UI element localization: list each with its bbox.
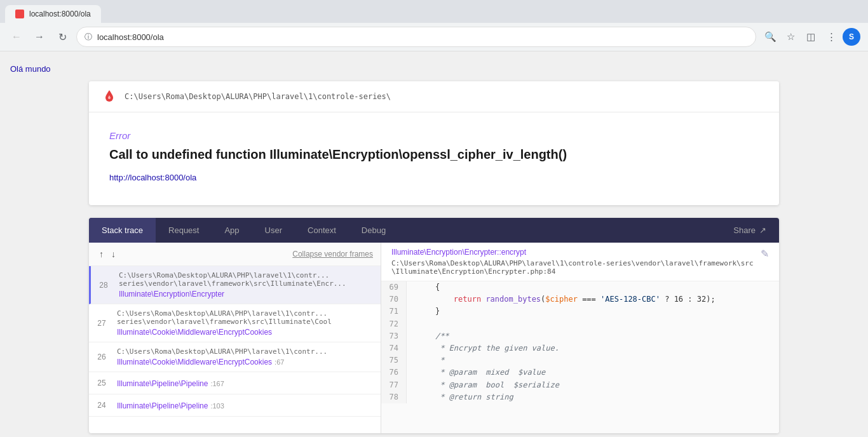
line-number: 76 xyxy=(381,366,407,379)
tab-bar: localhost:8000/ola xyxy=(0,0,868,23)
collapse-vendor-button[interactable]: Collapse vendor frames xyxy=(292,250,373,259)
debug-panel: Stack trace Request App User Context Deb… xyxy=(89,218,779,433)
frame-number: 24 xyxy=(89,394,114,416)
line-code: * xyxy=(407,354,444,366)
tab-stack-trace[interactable]: Stack trace xyxy=(89,218,156,243)
share-icon: ↗ xyxy=(759,225,766,235)
debug-body: ↑ ↓ Collapse vendor frames 28 C:\Users\R… xyxy=(89,243,779,433)
url-input[interactable] xyxy=(97,32,748,42)
cast-button[interactable]: ◫ xyxy=(802,28,820,46)
encrypter-class: Illuminate\Encryption\Encrypter::encrypt xyxy=(391,248,756,257)
tab-request[interactable]: Request xyxy=(156,218,212,243)
share-label: Share xyxy=(733,225,756,235)
frame-content: Illuminate\Pipeline\Pipeline:167 xyxy=(114,372,381,394)
frame-up-button[interactable]: ↑ xyxy=(97,248,106,260)
list-item: 71 } xyxy=(381,306,779,318)
line-number: 71 xyxy=(381,306,407,318)
line-number: 75 xyxy=(381,354,407,366)
line-number: 69 xyxy=(381,281,407,293)
frame-number: 27 xyxy=(89,304,114,342)
tab-title: localhost:8000/ola xyxy=(29,10,91,18)
browser-chrome: localhost:8000/ola ← → ↻ ⓘ 🔍 ☆ ◫ ⋮ S xyxy=(0,0,868,51)
reload-button[interactable]: ↻ xyxy=(53,28,71,46)
frame-class: Illuminate\Encryption\Encrypter xyxy=(119,290,376,299)
frame-down-button[interactable]: ↓ xyxy=(109,248,118,260)
frame-number: 28 xyxy=(91,266,116,304)
frame-content: C:\Users\Roma\Desktop\ALURA\PHP\laravel\… xyxy=(114,304,381,342)
header-path: C:\Users\Roma\Desktop\ALURA\PHP\laravel\… xyxy=(125,92,391,101)
profile-button[interactable]: S xyxy=(843,28,860,46)
list-item: 74 * Encrypt the given value. xyxy=(381,342,779,354)
frame-arrows: ↑ ↓ xyxy=(97,248,118,260)
tab-app[interactable]: App xyxy=(212,218,252,243)
bookmark-button[interactable]: ☆ xyxy=(782,28,799,46)
top-link-container: Olá mundo xyxy=(0,62,868,81)
table-row[interactable]: 27 C:\Users\Roma\Desktop\ALURA\PHP\larav… xyxy=(89,304,381,342)
line-code: * Encrypt the given value. xyxy=(407,342,559,354)
code-panel: Illuminate\Encryption\Encrypter::encrypt… xyxy=(381,243,779,433)
list-item: 70 return random_bytes($cipher === 'AES-… xyxy=(381,293,779,306)
line-code: { xyxy=(407,281,440,293)
frame-class: Illuminate\Cookie\Middleware\EncryptCook… xyxy=(117,328,376,337)
line-code: /** xyxy=(407,330,449,342)
list-item: 75 * xyxy=(381,354,779,366)
line-number: 73 xyxy=(381,330,407,342)
line-number: 70 xyxy=(381,293,407,306)
frame-number: 26 xyxy=(89,342,114,372)
tab-debug[interactable]: Debug xyxy=(349,218,398,243)
share-tab[interactable]: Share ↗ xyxy=(721,218,779,243)
debug-tabs: Stack trace Request App User Context Deb… xyxy=(89,218,779,243)
browser-tab[interactable]: localhost:8000/ola xyxy=(5,5,101,23)
error-card: C:\Users\Roma\Desktop\ALURA\PHP\laravel\… xyxy=(89,81,779,205)
frame-file: C:\Users\Roma\Desktop\ALURA\PHP\laravel\… xyxy=(119,271,376,288)
frame-class: Illuminate\Pipeline\Pipeline:167 xyxy=(117,379,376,388)
list-item: 77 * @param bool $serialize xyxy=(381,379,779,391)
stack-frames-panel[interactable]: ↑ ↓ Collapse vendor frames 28 C:\Users\R… xyxy=(89,243,381,433)
frame-class: Illuminate\Cookie\Middleware\EncryptCook… xyxy=(117,358,376,366)
frame-file: C:\Users\Roma\Desktop\ALURA\PHP\laravel\… xyxy=(117,347,376,356)
edit-icon[interactable]: ✎ xyxy=(761,248,769,260)
line-code xyxy=(407,318,417,330)
line-code: * @param bool $serialize xyxy=(407,379,559,391)
tab-user[interactable]: User xyxy=(252,218,295,243)
search-icon-button[interactable]: 🔍 xyxy=(761,28,779,46)
menu-button[interactable]: ⋮ xyxy=(822,28,840,46)
info-icon: ⓘ xyxy=(85,32,92,43)
line-number: 78 xyxy=(381,391,407,403)
frames-toolbar: ↑ ↓ Collapse vendor frames xyxy=(89,243,381,266)
error-message: Call to undefined function Illuminate\En… xyxy=(109,146,759,163)
back-button[interactable]: ← xyxy=(8,28,25,46)
list-item: 78 * @return string xyxy=(381,391,779,403)
list-item: 76 * @param mixed $value xyxy=(381,366,779,379)
tab-context[interactable]: Context xyxy=(295,218,349,243)
frame-number: 25 xyxy=(89,372,114,394)
tab-favicon xyxy=(15,10,24,18)
table-row[interactable]: 25 Illuminate\Pipeline\Pipeline:167 xyxy=(89,372,381,394)
forward-button[interactable]: → xyxy=(31,28,48,46)
table-row[interactable]: 24 Illuminate\Pipeline\Pipeline:103 xyxy=(89,394,381,417)
table-row[interactable]: 26 C:\Users\Roma\Desktop\ALURA\PHP\larav… xyxy=(89,342,381,372)
line-number: 72 xyxy=(381,318,407,330)
frame-content: C:\Users\Roma\Desktop\ALURA\PHP\laravel\… xyxy=(116,266,381,304)
table-row[interactable]: 28 C:\Users\Roma\Desktop\ALURA\PHP\larav… xyxy=(89,266,381,304)
list-item: 69 { xyxy=(381,281,779,293)
frame-file: C:\Users\Roma\Desktop\ALURA\PHP\laravel\… xyxy=(117,309,376,326)
code-panel-header: Illuminate\Encryption\Encrypter::encrypt… xyxy=(381,243,779,281)
frame-content: C:\Users\Roma\Desktop\ALURA\PHP\laravel\… xyxy=(114,342,381,372)
code-content: 69 { 70 return random_bytes($cipher === … xyxy=(381,281,779,403)
frame-content: Illuminate\Pipeline\Pipeline:103 xyxy=(114,394,381,416)
nav-bar: ← → ↻ ⓘ 🔍 ☆ ◫ ⋮ S xyxy=(0,23,868,51)
list-item: 73 /** xyxy=(381,330,779,342)
line-number: 77 xyxy=(381,379,407,391)
ola-link[interactable]: Olá mundo xyxy=(10,64,51,74)
line-code: * @return string xyxy=(407,391,513,403)
error-url[interactable]: http://localhost:8000/ola xyxy=(109,173,196,182)
line-code: return random_bytes($cipher === 'AES-128… xyxy=(407,293,715,306)
line-number: 74 xyxy=(381,342,407,354)
nav-actions: 🔍 ☆ ◫ ⋮ S xyxy=(761,28,860,46)
error-label: Error xyxy=(109,130,759,141)
error-card-header: C:\Users\Roma\Desktop\ALURA\PHP\laravel\… xyxy=(89,81,779,112)
active-file-path: C:\Users\Roma\Desktop\ALURA\PHP\laravel\… xyxy=(391,259,756,276)
line-code: * @param mixed $value xyxy=(407,366,545,379)
address-bar: ⓘ xyxy=(76,27,756,47)
